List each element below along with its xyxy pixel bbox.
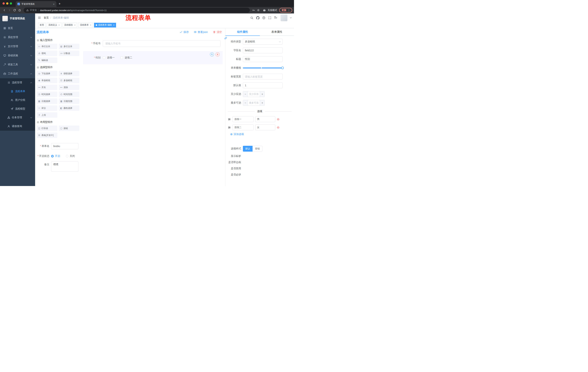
palette-item-date-picker[interactable]: ▦日期选择: [37, 98, 57, 104]
palette-item-row-container[interactable]: ◫行容器: [37, 126, 57, 131]
sidebar-item-devtools[interactable]: 研发工具: [0, 60, 35, 69]
sidebar-item-process-management[interactable]: 流程管理: [0, 78, 35, 87]
canvas-field-gender[interactable]: 性别 选项一 选项二: [83, 51, 223, 64]
form-remark-textarea[interactable]: 嘿嘿: [51, 161, 78, 172]
password-key-icon[interactable]: [251, 8, 256, 12]
palette-item-single-line-text[interactable]: ▭单行文本: [37, 44, 57, 49]
slider-handle[interactable]: [281, 67, 284, 69]
status-off-radio[interactable]: 关闭: [66, 155, 75, 158]
palette-item-color-picker[interactable]: ◧颜色选择: [59, 105, 80, 111]
palette-item-cascader[interactable]: ⋔级联选择: [59, 71, 80, 76]
tag-process-model[interactable]: 流程模型 ×: [63, 23, 77, 28]
palette-item-multi-line-text[interactable]: ▤多行文本: [59, 44, 80, 49]
palette-item-radio-group[interactable]: ◉单选框组: [37, 78, 57, 83]
save-button[interactable]: 保存: [179, 30, 189, 34]
delete-field-button[interactable]: [216, 53, 220, 56]
sidebar-item-infrastructure[interactable]: 基础设施: [0, 51, 35, 60]
palette-item-button[interactable]: ▢按钮: [59, 126, 80, 131]
forward-button[interactable]: [7, 8, 12, 13]
palette-item-rate[interactable]: ☆评分: [37, 105, 57, 111]
tag-home[interactable]: 首页: [38, 23, 46, 28]
sidebar-toggle-button[interactable]: [38, 16, 41, 20]
browser-menu-icon[interactable]: ⋮: [288, 9, 290, 12]
add-option-button[interactable]: ⊕ 添加选项: [230, 133, 294, 136]
label-width-input[interactable]: [243, 74, 283, 80]
palette-item-checkbox-group[interactable]: ☑多选框组: [59, 78, 80, 83]
tag-process-definition[interactable]: 流程定义 ×: [47, 23, 62, 28]
default-value-input[interactable]: [243, 83, 283, 88]
search-icon[interactable]: [250, 16, 253, 20]
copy-field-button[interactable]: [210, 53, 214, 56]
status-on-radio[interactable]: 开启: [51, 155, 60, 158]
palette-item-time-range[interactable]: ◴时间范围: [59, 92, 80, 97]
style-button-button[interactable]: 按钮: [252, 146, 262, 152]
sidebar-item-payment[interactable]: ¥ 支付管理: [0, 42, 35, 51]
option-value-input[interactable]: [255, 125, 275, 130]
fullscreen-icon[interactable]: [268, 16, 272, 20]
remove-option-icon[interactable]: ⊖: [277, 118, 279, 121]
tag-close-icon[interactable]: ×: [58, 24, 60, 26]
increase-button[interactable]: +: [260, 91, 264, 97]
tab-form-props[interactable]: 表单属性: [260, 28, 294, 35]
tag-process-form[interactable]: 流程表单 ×: [78, 23, 93, 28]
palette-item-select[interactable]: ◎下拉选择: [37, 71, 57, 76]
sidebar-item-task-management[interactable]: 任务管理: [0, 113, 35, 122]
max-select-value[interactable]: 最多可选: [248, 100, 260, 106]
tag-close-icon[interactable]: ×: [113, 24, 115, 26]
palette-item-switch[interactable]: ⊶开关: [37, 85, 57, 90]
sidebar-item-process-form[interactable]: 流程表单: [0, 87, 35, 96]
checkbox-option-2[interactable]: 选项二: [120, 56, 132, 59]
link-icon[interactable]: [224, 36, 227, 40]
title-input[interactable]: [243, 56, 283, 62]
font-size-icon[interactable]: TT: [274, 16, 277, 19]
sidebar-item-home[interactable]: 首页: [0, 24, 35, 33]
decrease-button[interactable]: −: [243, 100, 248, 106]
tag-close-icon[interactable]: ×: [74, 24, 76, 26]
option-name-input[interactable]: [232, 125, 254, 130]
help-icon[interactable]: [262, 16, 265, 20]
tag-close-icon[interactable]: ×: [90, 24, 91, 26]
phone-input[interactable]: [103, 40, 220, 47]
palette-item-password[interactable]: 密码: [37, 51, 57, 56]
palette-item-time-picker[interactable]: ◷时间选择: [37, 92, 57, 97]
sidebar-item-process-model[interactable]: 流程模型: [0, 105, 35, 113]
minimize-window-button[interactable]: [6, 2, 8, 5]
sidebar-item-user-group[interactable]: 用户分组: [0, 96, 35, 105]
palette-item-upload[interactable]: ↥上传: [37, 112, 57, 118]
option-name-input[interactable]: [232, 116, 254, 122]
tab-component-props[interactable]: 组件属性: [225, 28, 260, 35]
field-name-input[interactable]: [243, 47, 283, 53]
breadcrumb-home[interactable]: 首页: [44, 16, 49, 20]
bookmark-star-icon[interactable]: [256, 8, 261, 12]
component-type-select[interactable]: [243, 39, 283, 45]
view-json-button[interactable]: 查看json: [194, 30, 208, 34]
reload-button[interactable]: [12, 8, 17, 13]
zoom-window-button[interactable]: [10, 2, 12, 5]
close-window-button[interactable]: [2, 2, 5, 5]
drag-handle-icon[interactable]: [228, 118, 231, 121]
checkbox-option-1[interactable]: 选项一: [103, 56, 115, 59]
github-icon[interactable]: [256, 16, 259, 20]
tab-close-icon[interactable]: ×: [53, 3, 55, 5]
sidebar-item-system[interactable]: 系统管理: [0, 33, 35, 42]
drag-handle-icon[interactable]: [228, 126, 231, 129]
address-bar[interactable]: 不安全 dashboard.yudao.iocoder.cn/bpm/manag…: [24, 8, 250, 13]
palette-item-date-range[interactable]: ▩日期范围: [59, 98, 80, 104]
browser-update-button[interactable]: 更新 ⋮: [279, 8, 292, 12]
sidebar-item-leave-query[interactable]: 请假查询: [0, 122, 35, 131]
form-name-input[interactable]: [51, 143, 78, 149]
back-button[interactable]: [2, 8, 7, 13]
tag-process-form-edit[interactable]: 流程表单-编辑 ×: [94, 23, 116, 28]
browser-tab[interactable]: 芋道管理系统 ×: [16, 1, 56, 7]
canvas-field-phone[interactable]: 手机号: [83, 38, 223, 49]
component-type-value[interactable]: [243, 39, 283, 45]
palette-item-counter[interactable]: 123计数器: [59, 51, 80, 56]
security-indicator[interactable]: 不安全: [26, 9, 37, 12]
remove-option-icon[interactable]: ⊖: [277, 126, 279, 129]
new-tab-button[interactable]: +: [59, 2, 61, 5]
slider-track[interactable]: [243, 67, 283, 68]
clear-button[interactable]: 清空: [213, 30, 222, 34]
palette-item-table[interactable]: ⊞表格[开发中]: [37, 132, 57, 138]
option-value-input[interactable]: [255, 116, 275, 122]
style-default-button[interactable]: 默认: [243, 146, 252, 152]
